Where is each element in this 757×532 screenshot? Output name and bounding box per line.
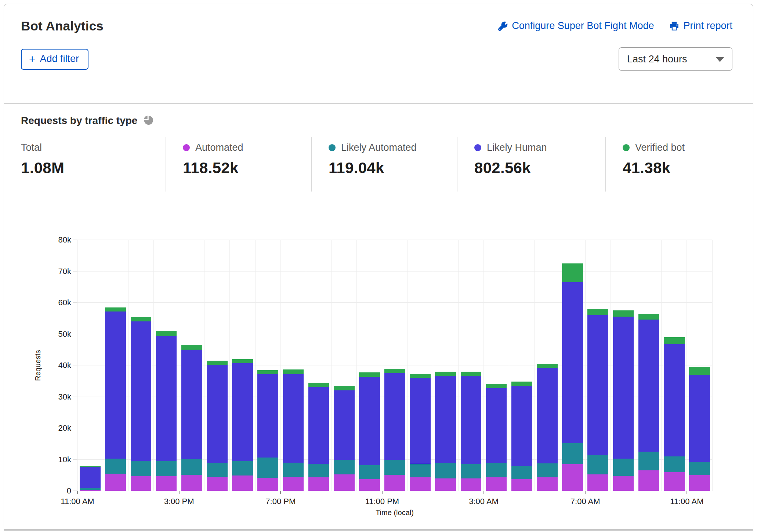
x-tick-label: 11:00 AM xyxy=(61,497,94,506)
bar-segment-verified-bot xyxy=(257,370,278,374)
x-tick-mark xyxy=(179,491,180,494)
time-range-select[interactable]: Last 24 hours xyxy=(619,47,732,71)
x-tick-mark xyxy=(687,491,687,494)
bar-segment-likely-automated xyxy=(131,461,152,476)
bar-segment-likely-human xyxy=(181,350,202,459)
bar-segment-automated xyxy=(613,476,634,491)
bar-segment-likely-automated xyxy=(80,488,101,489)
vertical-gridline xyxy=(306,240,306,491)
bar-segment-automated xyxy=(283,477,304,491)
stat-likely-automated-label: Likely Automated xyxy=(341,142,417,153)
bar-segment-likely-human xyxy=(334,390,355,460)
bar-segment-likely-human xyxy=(689,375,710,462)
bar-segment-verified-bot xyxy=(283,369,304,374)
vertical-gridline xyxy=(103,240,103,491)
bar-segment-verified-bot xyxy=(308,383,329,387)
print-report-link[interactable]: Print report xyxy=(669,20,732,32)
bar-segment-likely-automated xyxy=(257,458,278,478)
bot-analytics-card: Bot Analytics Configure Super Bot Fight … xyxy=(4,4,753,532)
y-tick-mark xyxy=(73,302,77,303)
bar-segment-verified-bot xyxy=(181,345,202,350)
vertical-gridline xyxy=(483,240,484,491)
bar-segment-automated xyxy=(181,475,202,491)
next-section-divider xyxy=(4,529,753,531)
y-tick-mark xyxy=(73,240,77,240)
bar-segment-verified-bot xyxy=(562,263,583,282)
traffic-type-stats: Total 1.08M Automated 118.52k Likely Aut… xyxy=(21,137,740,192)
bar-segment-likely-human xyxy=(435,376,456,463)
bar-segment-verified-bot xyxy=(638,314,659,320)
wrench-icon xyxy=(498,21,508,31)
bar-segment-likely-human xyxy=(359,377,380,465)
bar-segment-automated xyxy=(156,476,177,491)
bar-segment-automated xyxy=(207,477,228,491)
add-filter-button[interactable]: + Add filter xyxy=(21,49,88,70)
x-tick-label: 7:00 PM xyxy=(265,497,296,506)
bar-segment-likely-automated xyxy=(435,463,456,478)
y-tick-label: 40k xyxy=(58,361,71,370)
vertical-gridline xyxy=(179,240,179,491)
y-tick-label: 20k xyxy=(58,423,71,433)
bar-segment-likely-automated xyxy=(207,463,228,477)
bar-segment-likely-automated xyxy=(486,463,507,477)
bar-segment-automated xyxy=(410,477,431,491)
bar-segment-verified-bot xyxy=(232,359,253,363)
bar-segment-likely-human xyxy=(308,387,329,464)
bar-segment-likely-automated xyxy=(562,443,583,464)
bar-segment-automated xyxy=(80,490,101,491)
bar-segment-automated xyxy=(689,475,710,491)
x-tick-label: 7:00 AM xyxy=(571,497,600,506)
configure-super-bot-fight-mode-link[interactable]: Configure Super Bot Fight Mode xyxy=(498,20,654,32)
bar-segment-likely-human xyxy=(80,467,101,488)
section-title-row: Requests by traffic type xyxy=(21,114,154,127)
section-title: Requests by traffic type xyxy=(21,115,137,127)
printer-icon xyxy=(669,21,679,31)
vertical-gridline xyxy=(382,240,382,491)
bar-segment-verified-bot xyxy=(435,372,456,376)
bar-segment-automated xyxy=(511,479,532,491)
x-axis-title: Time (local) xyxy=(376,509,414,517)
x-tick-label: 11:00 PM xyxy=(365,497,399,506)
y-tick-mark xyxy=(73,365,77,365)
y-tick-label: 70k xyxy=(58,267,71,276)
stat-verified-bot-label: Verified bot xyxy=(635,142,685,153)
y-axis-title: Requests xyxy=(34,350,42,381)
bar-segment-automated xyxy=(131,476,152,491)
bar-segment-automated xyxy=(537,477,558,491)
filter-row: + Add filter Last 24 hours xyxy=(21,47,732,71)
y-tick-label: 60k xyxy=(58,298,71,307)
bar-segment-likely-automated xyxy=(334,460,355,474)
vertical-gridline xyxy=(229,240,230,491)
bar-segment-likely-automated xyxy=(384,460,405,475)
vertical-gridline xyxy=(611,240,611,491)
vertical-gridline xyxy=(331,240,332,491)
bar-segment-likely-automated xyxy=(359,465,380,479)
vertical-gridline xyxy=(534,240,535,491)
bar-segment-automated xyxy=(435,478,456,491)
y-tick-label: 50k xyxy=(58,329,71,339)
vertical-gridline xyxy=(712,240,713,491)
bar-segment-verified-bot xyxy=(486,384,507,388)
stat-likely-human: Likely Human 802.56k xyxy=(457,137,605,192)
bar-segment-likely-human xyxy=(613,317,634,458)
vertical-gridline xyxy=(636,240,636,491)
bar-segment-likely-automated xyxy=(308,464,329,478)
bar-segment-verified-bot xyxy=(131,317,152,322)
x-tick-label: 11:00 AM xyxy=(670,497,703,506)
bar-segment-verified-bot xyxy=(664,337,685,344)
pie-chart-icon xyxy=(142,114,154,127)
likely-automated-legend-dot xyxy=(329,144,336,151)
bar-segment-likely-human xyxy=(537,368,558,463)
bar-segment-likely-human xyxy=(105,311,126,459)
stat-total-value: 1.08M xyxy=(21,159,166,177)
vertical-gridline xyxy=(204,240,204,491)
x-tick-label: 3:00 PM xyxy=(164,497,194,506)
bar-segment-likely-human xyxy=(461,376,482,464)
stat-total: Total 1.08M xyxy=(21,137,166,192)
bar-segment-likely-automated xyxy=(461,464,482,478)
chevron-down-icon xyxy=(716,57,724,62)
bar-segment-likely-human xyxy=(511,386,532,466)
bar-segment-automated xyxy=(562,464,583,491)
stat-verified-bot-value: 41.38k xyxy=(623,159,685,177)
vertical-gridline xyxy=(255,240,256,491)
